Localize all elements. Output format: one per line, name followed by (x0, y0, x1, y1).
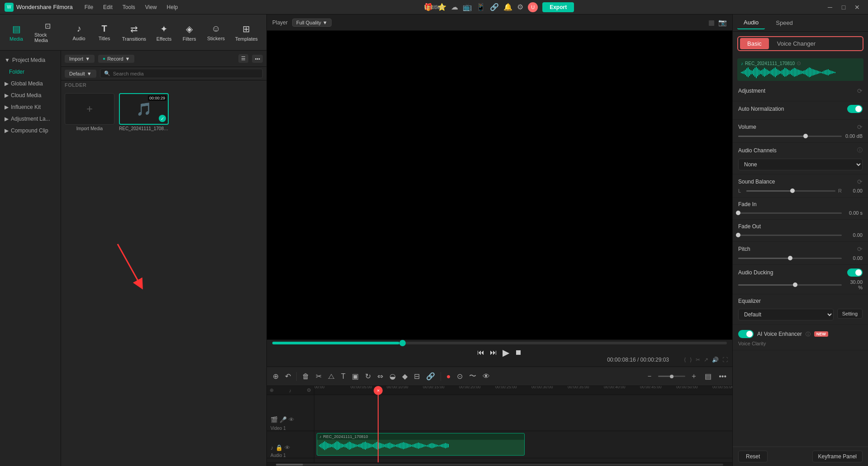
tool-audio[interactable]: ♪ Audio (67, 21, 91, 44)
play-button[interactable]: ▶ (503, 347, 509, 358)
user-avatar[interactable]: U (528, 2, 538, 12)
split-icon[interactable]: ⧍ (326, 371, 337, 382)
stop-button[interactable]: ⏹ (515, 348, 522, 357)
tool-transitions[interactable]: ⇄ Transitions (118, 21, 151, 44)
screen-icon[interactable]: 📺 (463, 3, 472, 11)
clip-icon[interactable]: ✂ (696, 357, 700, 363)
video1-camera-icon[interactable]: 🎬 (270, 416, 278, 423)
add-audio-track-icon[interactable]: ♪ (289, 388, 292, 393)
close-button[interactable]: ✕ (851, 2, 863, 12)
tool-templates[interactable]: ⊞ Templates (231, 21, 262, 44)
link-icon[interactable]: 🔗 (490, 3, 499, 11)
tool-effects[interactable]: ✦ Effects (152, 21, 175, 44)
import-button[interactable]: Import ▼ (65, 55, 95, 63)
sidebar-item-project-media[interactable]: ▼ Project Media (0, 54, 61, 66)
auto-norm-toggle[interactable] (847, 105, 863, 113)
minimize-button[interactable]: ─ (824, 2, 836, 12)
snapshot-icon[interactable]: 📷 (718, 19, 727, 27)
skip-back-button[interactable]: ⏮ (477, 348, 484, 357)
sound-balance-slider[interactable] (746, 190, 835, 192)
info-icon[interactable]: ⓘ (857, 146, 863, 154)
waveform-seek-icon[interactable]: ⊙ (797, 60, 801, 66)
layout-icon[interactable]: ▤ (702, 370, 714, 382)
pitch-reset-icon[interactable]: ⟳ (857, 245, 863, 253)
tab-speed[interactable]: Speed (769, 17, 799, 29)
ai-voice-info-icon[interactable]: ⓘ (806, 331, 811, 338)
equalizer-select[interactable]: Default (738, 309, 834, 320)
pitch-slider[interactable] (738, 258, 842, 259)
bell-icon[interactable]: 🔔 (503, 3, 512, 11)
mark-in-icon[interactable]: ⟨ (684, 357, 686, 363)
speaker-icon[interactable]: 🔊 (712, 357, 719, 363)
cloud-icon[interactable]: ☁ (451, 3, 458, 11)
sidebar-item-adjustment[interactable]: ▶ Adjustment La... (0, 113, 61, 125)
video1-mic-icon[interactable]: 🎤 (280, 416, 287, 423)
mobile-icon[interactable]: 📱 (476, 3, 485, 11)
import-media-item[interactable]: + Import Media (65, 93, 114, 131)
zoom-slider[interactable] (658, 376, 685, 377)
sidebar-item-influence[interactable]: ▶ Influence Kit (0, 101, 61, 113)
quality-selector[interactable]: Full Quality ▼ (292, 19, 332, 27)
tool-stock[interactable]: ⊡ Stock Media (30, 19, 66, 46)
export-button[interactable]: Export (542, 2, 574, 12)
keyframe-icon[interactable]: ◆ (400, 370, 410, 382)
fullscreen-icon[interactable]: ⛶ (722, 357, 728, 363)
vc-tab-voice-changer[interactable]: Voice Changer (770, 38, 823, 49)
fade-in-slider[interactable] (738, 212, 842, 214)
playback-thumb[interactable] (399, 340, 406, 346)
grid-view-icon[interactable]: ▦ (708, 19, 715, 27)
cut-icon[interactable]: ✂ (313, 370, 324, 382)
sidebar-item-global-media[interactable]: ▶ Global Media (0, 78, 61, 89)
mark-out-icon[interactable]: ⟩ (690, 357, 692, 363)
undo-icon[interactable]: ↶ (283, 370, 293, 382)
text-icon[interactable]: T (339, 371, 348, 382)
audio-ducking-toggle[interactable] (847, 268, 863, 277)
add-track-icon[interactable]: ⊕ (270, 370, 281, 382)
sidebar-item-cloud-media[interactable]: ▶ Cloud Media (0, 89, 61, 101)
mirror-icon[interactable]: ⇔ (375, 370, 385, 382)
link-icon-tl[interactable]: 🔗 (424, 370, 437, 382)
step-back-button[interactable]: ⏭ (490, 348, 497, 357)
video1-eye-icon[interactable]: 👁 (289, 416, 294, 423)
tool-stickers[interactable]: ☺ Stickers (203, 21, 229, 44)
default-sort-button[interactable]: Default ▼ (65, 70, 96, 78)
more-options-button[interactable]: ••• (252, 55, 263, 63)
audio1-eye-icon[interactable]: 👁 (285, 444, 290, 451)
ai-voice-toggle[interactable] (738, 330, 754, 338)
settings-icon[interactable]: ⚙ (517, 3, 523, 11)
track-settings-icon[interactable]: ⚙ (307, 387, 311, 393)
audio-clip[interactable]: ♪ REC_20241111_170810 (317, 433, 525, 456)
rotate-icon[interactable]: ↻ (363, 370, 373, 382)
tool-media[interactable]: ▤ Media (5, 21, 28, 44)
menu-help[interactable]: Help (162, 2, 183, 12)
menu-view[interactable]: View (141, 2, 161, 12)
snap-icon[interactable]: ⊙ (455, 370, 465, 382)
adjustment-reset-icon[interactable]: ⟳ (857, 87, 863, 94)
crop-icon[interactable]: ▣ (350, 370, 361, 382)
tab-audio[interactable]: Audio (737, 16, 765, 29)
zoom-out-icon[interactable]: － (644, 370, 655, 383)
maximize-button[interactable]: □ (837, 2, 850, 12)
volume-reset-icon[interactable]: ⟳ (857, 123, 863, 131)
menu-tools[interactable]: Tools (118, 2, 140, 12)
sidebar-item-compound-clip[interactable]: ▶ Compound Clip (0, 125, 61, 137)
more-tl-icon[interactable]: ••• (716, 371, 729, 382)
reset-button[interactable]: Reset (738, 451, 768, 462)
audio1-wave-icon[interactable]: ♪ (270, 444, 274, 451)
audio-wave-icon[interactable]: 〜 (467, 370, 479, 383)
audio-ducking-slider[interactable] (738, 284, 842, 286)
audio-media-item[interactable]: 🎵 00:00:29 ✓ REC_20241111_170810 (119, 93, 169, 131)
tool-titles[interactable]: T Titles (93, 21, 116, 44)
timeline-scrollbar[interactable] (267, 462, 732, 466)
menu-file[interactable]: File (80, 2, 98, 12)
menu-edit[interactable]: Edit (99, 2, 117, 12)
playhead[interactable]: ✕ (378, 386, 379, 462)
zoom-in-icon[interactable]: ＋ (688, 370, 700, 383)
sidebar-folder[interactable]: Folder (0, 66, 61, 78)
keyframe-panel-button[interactable]: Keyframe Panel (812, 451, 863, 462)
playhead-marker[interactable]: ✕ (374, 386, 383, 395)
import-media-thumb[interactable]: + (65, 93, 114, 125)
eye-icon[interactable]: 👁 (480, 371, 492, 382)
playback-progress-bar[interactable] (272, 342, 727, 344)
fade-out-slider[interactable] (738, 235, 842, 236)
